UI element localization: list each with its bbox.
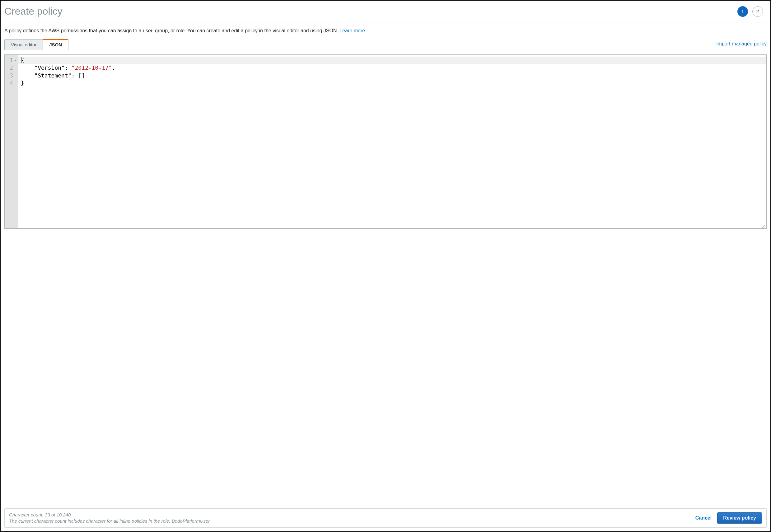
editor-tabs-wrapper: Visual editor JSON Import managed policy xyxy=(4,39,767,50)
line-number: 2 xyxy=(10,64,13,72)
page-title: Create policy xyxy=(4,6,63,17)
code-token: , xyxy=(112,64,115,71)
character-count-info: The current character count includes cha… xyxy=(9,518,211,524)
code-token: "2012-10-17" xyxy=(72,64,112,71)
code-token: : xyxy=(65,64,72,71)
step-2[interactable]: 2 xyxy=(752,6,763,17)
footer-bar: Character count: 39 of 10,240. The curre… xyxy=(4,508,767,528)
code-token: [] xyxy=(78,72,85,79)
code-gutter: 1▾ 2 3 4 xyxy=(5,55,18,228)
cancel-button[interactable]: Cancel xyxy=(695,515,712,521)
editor-tabs: Visual editor JSON xyxy=(4,39,767,50)
fold-arrow-icon[interactable]: ▾ xyxy=(14,58,16,63)
learn-more-link[interactable]: Learn more xyxy=(339,28,365,33)
code-token: "Statement" xyxy=(34,72,71,79)
line-number: 4 xyxy=(10,79,13,87)
step-indicator: 1 2 xyxy=(737,6,767,17)
policy-description-text: A policy defines the AWS permissions tha… xyxy=(4,28,339,33)
code-area[interactable]: { "Version": "2012-10-17", "Statement": … xyxy=(18,55,766,228)
policy-description: A policy defines the AWS permissions tha… xyxy=(4,28,767,34)
code-token: } xyxy=(21,80,24,86)
footer-info: Character count: 39 of 10,240. The curre… xyxy=(9,512,211,525)
spacer xyxy=(4,229,767,503)
tab-json[interactable]: JSON xyxy=(43,39,68,50)
line-number: 1 xyxy=(10,57,13,64)
line-number: 3 xyxy=(10,72,13,79)
step-1[interactable]: 1 xyxy=(737,6,748,17)
code-token: : xyxy=(72,72,78,79)
code-content: { "Version": "2012-10-17", "Statement": … xyxy=(21,57,764,87)
character-count-line: Character count: 39 of 10,240. xyxy=(9,512,211,518)
import-managed-policy-link[interactable]: Import managed policy xyxy=(716,41,767,47)
footer-actions: Cancel Review policy xyxy=(695,512,762,524)
resize-handle-icon[interactable] xyxy=(761,223,766,228)
page-header: Create policy 1 2 xyxy=(4,4,767,22)
code-token: { xyxy=(21,57,25,63)
code-token: "Version" xyxy=(34,64,65,71)
tab-visual-editor[interactable]: Visual editor xyxy=(4,39,43,50)
json-code-editor[interactable]: 1▾ 2 3 4 { "Version": "2012-10-17", "Sta… xyxy=(4,54,767,229)
review-policy-button[interactable]: Review policy xyxy=(717,512,762,524)
text-cursor xyxy=(21,57,21,63)
